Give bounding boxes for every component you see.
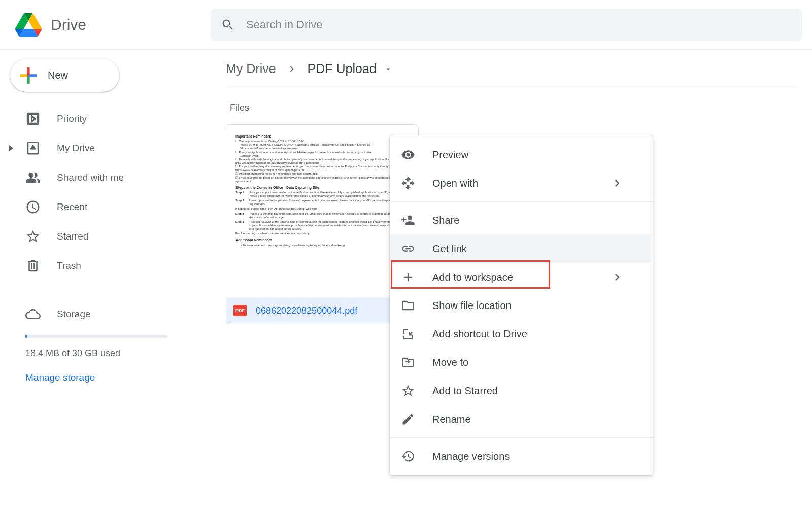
sidebar-item-label: Trash xyxy=(57,260,81,271)
sidebar-item-my-drive[interactable]: My Drive xyxy=(0,133,211,163)
file-name: 06862022082500044.pdf xyxy=(256,305,357,316)
sidebar-item-recent[interactable]: Recent xyxy=(0,192,211,222)
ctx-add-shortcut[interactable]: Add shortcut to Drive xyxy=(390,320,653,348)
sidebar-item-label: Starred xyxy=(57,231,88,242)
link-icon xyxy=(401,242,415,256)
sidebar-item-trash[interactable]: Trash xyxy=(0,251,211,281)
plus-icon xyxy=(16,63,41,88)
shortcut-icon xyxy=(401,327,415,341)
plus-thin-icon xyxy=(401,270,415,284)
breadcrumb: My Drive PDF Upload xyxy=(226,63,797,88)
recent-icon xyxy=(25,199,41,215)
sidebar-item-label: My Drive xyxy=(57,143,95,154)
sidebar-item-label: Shared with me xyxy=(57,172,124,183)
sidebar-item-shared[interactable]: Shared with me xyxy=(0,163,211,192)
files-section-label: Files xyxy=(230,103,812,113)
new-button-label: New xyxy=(48,70,68,81)
new-button[interactable]: New xyxy=(10,59,119,92)
breadcrumb-current[interactable]: PDF Upload xyxy=(308,61,377,76)
ctx-show-location[interactable]: Show file location xyxy=(390,291,653,320)
move-icon xyxy=(401,355,415,369)
menu-separator xyxy=(390,201,653,202)
app-root: Drive New Priority My Drive xyxy=(0,0,812,510)
ctx-move-to[interactable]: Move to xyxy=(390,348,653,377)
chevron-right-icon xyxy=(610,176,624,190)
history-icon xyxy=(401,449,415,463)
storage-progress-bar xyxy=(25,335,167,338)
breadcrumb-root[interactable]: My Drive xyxy=(226,61,276,76)
eye-icon xyxy=(401,148,415,162)
sidebar-item-label: Recent xyxy=(57,201,87,213)
pencil-icon xyxy=(401,412,415,426)
shared-icon xyxy=(25,170,41,185)
ctx-manage-versions[interactable]: Manage versions xyxy=(390,442,653,470)
open-with-icon xyxy=(401,176,415,190)
ctx-add-starred[interactable]: Add to Starred xyxy=(390,377,653,405)
storage-icon xyxy=(25,307,41,322)
storage-label: Storage xyxy=(57,309,91,320)
ctx-get-link[interactable]: Get link xyxy=(390,234,653,263)
folder-dropdown-icon[interactable] xyxy=(384,64,393,74)
sidebar-item-storage[interactable]: Storage xyxy=(0,299,211,329)
trash-icon xyxy=(25,258,41,274)
storage-used-text: 18.4 MB of 30 GB used xyxy=(0,348,211,359)
ctx-share[interactable]: Share xyxy=(390,206,653,234)
search-icon xyxy=(221,18,235,32)
app-name: Drive xyxy=(51,16,86,33)
sidebar-list: Priority My Drive Shared with me Recent xyxy=(0,104,211,281)
star-icon xyxy=(401,384,415,398)
header: Drive xyxy=(0,0,812,50)
manage-storage-link[interactable]: Manage storage xyxy=(0,372,211,383)
sidebar-item-priority[interactable]: Priority xyxy=(0,104,211,133)
chevron-right-icon xyxy=(610,270,624,284)
search-input[interactable] xyxy=(246,18,792,31)
my-drive-icon xyxy=(25,141,41,156)
starred-icon xyxy=(25,229,41,244)
ctx-add-workspace[interactable]: Add to workspace xyxy=(390,263,653,291)
context-menu: Preview Open with Share Get link Add to … xyxy=(390,135,653,475)
ctx-rename[interactable]: Rename xyxy=(390,405,653,433)
priority-icon xyxy=(25,111,41,126)
chevron-right-icon xyxy=(286,63,297,75)
share-icon xyxy=(401,213,415,227)
drive-logo-icon xyxy=(15,13,42,37)
ctx-preview[interactable]: Preview xyxy=(390,141,653,169)
logo-area[interactable]: Drive xyxy=(0,13,211,37)
sidebar-item-starred[interactable]: Starred xyxy=(0,222,211,251)
folder-icon xyxy=(401,298,415,313)
ctx-open-with[interactable]: Open with xyxy=(390,169,653,197)
pdf-badge-icon: PDF xyxy=(233,305,247,316)
search-bar[interactable] xyxy=(211,9,802,41)
sidebar: New Priority My Drive Shared with me xyxy=(0,50,211,510)
sidebar-separator xyxy=(0,290,211,290)
menu-separator xyxy=(390,437,653,438)
expand-caret-icon[interactable] xyxy=(9,145,13,151)
sidebar-item-label: Priority xyxy=(57,113,87,124)
